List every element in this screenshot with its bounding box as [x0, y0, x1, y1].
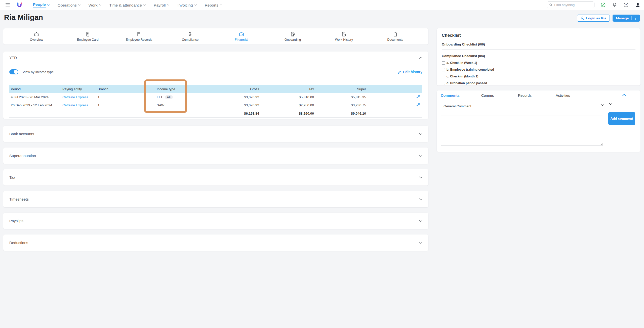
checkbox[interactable] — [442, 75, 445, 78]
checklist-title: Checklist — [442, 33, 635, 38]
ytd-section-title: YTD — [9, 56, 17, 60]
nav-item-reports[interactable]: Reports — [205, 0, 222, 10]
col-header-branch: Branch — [96, 87, 155, 91]
add-comment-button[interactable]: Add comment — [608, 112, 635, 125]
brand-logo[interactable] — [16, 2, 23, 8]
hamburger-menu-icon[interactable] — [6, 3, 10, 7]
search-input[interactable] — [554, 3, 592, 7]
kebab-menu-icon[interactable]: ⋮ — [634, 16, 637, 20]
tax-value: $5,310.00 — [260, 95, 314, 99]
tax-total: $8,260.00 — [260, 112, 314, 115]
section-tax[interactable]: Tax — [3, 169, 428, 185]
chevron-down-icon — [419, 133, 422, 135]
view-by-income-type-toggle[interactable] — [9, 69, 18, 74]
ytd-table-row: 26 Sep 2023 - 12 Feb 2024 Caffeine Expre… — [9, 101, 422, 109]
login-as-button[interactable]: Login as Ria — [577, 15, 610, 22]
section-payslips[interactable]: Payslips — [3, 213, 428, 229]
ytd-section: YTD View by income type Edit history Per… — [3, 52, 428, 119]
comments-panel: Comments Comms Records Activities Genera… — [437, 90, 640, 152]
document-edit-icon — [290, 31, 296, 37]
tab-comms[interactable]: Comms — [481, 93, 494, 98]
nav-item-people[interactable]: People — [33, 0, 50, 10]
svg-text:?: ? — [625, 4, 627, 6]
gross-total: $6,153.84 — [200, 112, 260, 115]
chevron-down-icon — [419, 242, 422, 244]
notifications-bell-icon[interactable] — [612, 3, 617, 7]
tab-documents[interactable]: Documents — [370, 31, 421, 41]
tab-compliance[interactable]: Compliance — [165, 31, 216, 41]
checklist-item: b. Employee training completed — [442, 68, 635, 71]
checkbox[interactable] — [442, 61, 445, 65]
super-value: $3,230.75 — [314, 103, 367, 107]
section-timesheets[interactable]: Timesheets — [3, 191, 428, 207]
comment-textarea[interactable] — [441, 116, 603, 146]
col-header-income-type: Income type — [155, 87, 200, 91]
help-icon[interactable]: ? — [624, 3, 628, 7]
toggle-label: View by income type — [23, 70, 54, 74]
super-total: $9,046.10 — [314, 112, 367, 115]
chevron-down-icon — [419, 155, 422, 157]
comment-options-chevron-down-icon[interactable] — [609, 103, 612, 105]
medal-icon — [187, 31, 193, 37]
tab-employee-card[interactable]: Employee Card — [62, 31, 113, 41]
chevron-down-icon — [419, 220, 422, 222]
ytd-table-totals: $6,153.84 $8,260.00 $9,046.10 — [9, 109, 422, 118]
nav-item-work[interactable]: Work — [89, 0, 101, 10]
checkbox[interactable] — [442, 82, 445, 85]
onboarding-checklist-label: Onboarding Checklist (0/6) — [442, 42, 635, 46]
manage-button[interactable]: Manage ⋮ — [613, 15, 640, 22]
ytd-table-header: Period Paying entity Branch Income type … — [9, 85, 422, 93]
search-icon — [549, 3, 552, 7]
chevron-down-icon — [99, 4, 101, 6]
top-navigation-bar: People Operations Work Time & attendance… — [0, 0, 644, 10]
id-card-icon — [85, 31, 91, 37]
pencil-icon — [398, 70, 401, 74]
checklist-panel: Checklist Onboarding Checklist (0/6) Com… — [437, 28, 640, 85]
chevron-down-icon — [143, 4, 146, 6]
period-value: 4 Jul 2023 - 26 Mar 2024 — [9, 95, 61, 99]
expand-row-icon[interactable] — [416, 95, 420, 99]
comments-collapse-chevron-up-icon[interactable] — [622, 94, 626, 96]
income-type-badge: AE — [165, 95, 173, 99]
chevron-down-icon — [220, 4, 222, 6]
tab-overview[interactable]: Overview — [11, 31, 62, 41]
paying-entity-link[interactable]: Caffeine Express — [62, 95, 88, 99]
checklist-item: c. Check-in (Month 1) — [442, 75, 635, 78]
edit-history-link[interactable]: Edit history — [398, 70, 422, 74]
global-search[interactable] — [547, 2, 594, 8]
expand-row-icon[interactable] — [416, 103, 420, 107]
nav-item-time-attendance[interactable]: Time & attendance — [109, 0, 146, 10]
nav-item-invoicing[interactable]: Invoicing — [177, 0, 196, 10]
period-value: 26 Sep 2023 - 12 Feb 2024 — [9, 103, 61, 107]
tab-onboarding[interactable]: Onboarding — [267, 31, 318, 41]
super-value: $5,815.35 — [314, 95, 367, 99]
tab-financial[interactable]: Financial — [216, 31, 267, 41]
app-window: People Operations Work Time & attendance… — [0, 0, 644, 328]
tab-comments[interactable]: Comments — [441, 93, 460, 98]
col-header-gross: Gross — [200, 87, 260, 91]
tab-records[interactable]: Records — [518, 93, 532, 98]
nav-item-operations[interactable]: Operations — [58, 0, 80, 10]
tab-activities[interactable]: Activities — [556, 93, 570, 98]
status-check-icon[interactable] — [601, 3, 606, 7]
chevron-down-icon — [78, 4, 80, 6]
chevron-down-icon — [419, 198, 422, 200]
section-bank-accounts[interactable]: Bank accounts — [3, 126, 428, 142]
user-avatar[interactable] — [635, 2, 640, 8]
records-box-icon — [136, 31, 142, 37]
ytd-table-row: 4 Jul 2023 - 26 Mar 2024 Caffeine Expres… — [9, 93, 422, 101]
tab-work-history[interactable]: Work History — [318, 31, 370, 41]
chevron-down-icon — [167, 4, 169, 6]
tab-employee-records[interactable]: Employee Records — [113, 31, 165, 41]
comment-type-select[interactable]: General Comment — [441, 102, 606, 110]
section-deductions[interactable]: Deductions — [3, 235, 428, 251]
income-type-value: SAW — [157, 103, 164, 107]
section-superannuation[interactable]: Superannuation — [3, 148, 428, 164]
ytd-collapse-chevron-up-icon[interactable] — [419, 57, 422, 59]
nav-item-payroll[interactable]: Payroll — [154, 0, 169, 10]
paying-entity-link[interactable]: Caffeine Express — [62, 103, 88, 107]
checkbox[interactable] — [442, 68, 445, 71]
document-clock-icon — [341, 31, 347, 37]
tax-value: $2,950.00 — [260, 103, 314, 107]
page-title: Ria Miligan — [4, 13, 43, 22]
